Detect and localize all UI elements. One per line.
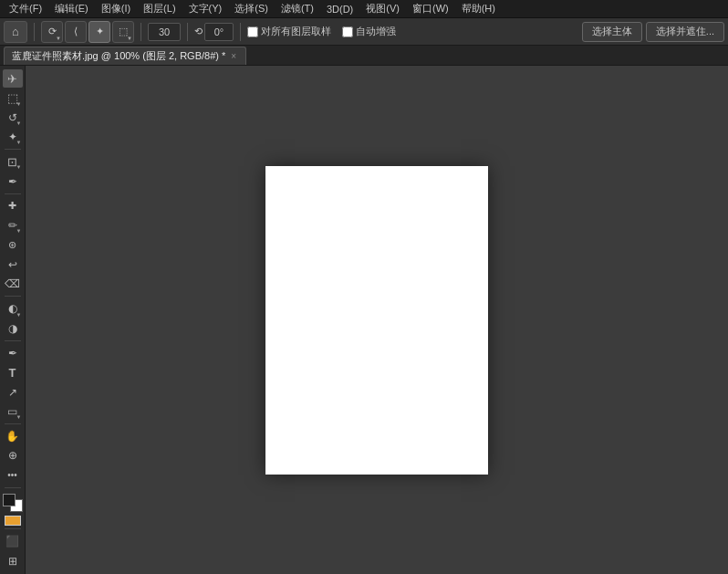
brush-angle-box: ⟲	[194, 23, 234, 41]
select-focus-button[interactable]: 选择并遮住...	[646, 22, 724, 42]
sample-all-layers-label: 对所有图层取样	[261, 25, 331, 38]
menu-image[interactable]: 图像(I)	[96, 0, 136, 17]
canvas-area	[26, 66, 728, 574]
menu-edit[interactable]: 编辑(E)	[49, 0, 94, 17]
tab-bar: 蓝鹿证件照素材.jpg @ 100% (图层 2, RGB/8#) * ×	[0, 46, 728, 66]
auto-enhance-checkbox[interactable]	[342, 26, 353, 37]
select-subject-button[interactable]: 选择主体	[582, 22, 642, 42]
stamp-tool-button[interactable]: ⊛	[3, 235, 23, 254]
document-tab[interactable]: 蓝鹿证件照素材.jpg @ 100% (图层 2, RGB/8#) * ×	[4, 47, 246, 65]
pen-tool-button[interactable]: ✒	[3, 344, 23, 362]
tool-preset-btn-2[interactable]: ⟨	[65, 21, 87, 43]
dodge-tool-button[interactable]: ◑	[3, 319, 23, 338]
hand-tool-button[interactable]: ✋	[3, 427, 23, 445]
home-button[interactable]: ⌂	[4, 21, 27, 43]
artboard-button[interactable]: ⊞	[3, 552, 23, 570]
screen-mode-button[interactable]: ⬛	[3, 532, 23, 550]
gradient-tool-button[interactable]: ◐ ▼	[3, 299, 23, 318]
menu-window[interactable]: 窗口(W)	[407, 0, 454, 17]
menu-bar: 文件(F) 编辑(E) 图像(I) 图层(L) 文字(Y) 选择(S) 滤镜(T…	[0, 0, 728, 18]
zoom-tool-button[interactable]: ⊕	[3, 446, 23, 464]
eraser-tool-icon: ⌫	[5, 277, 20, 290]
separator-1	[34, 23, 35, 41]
stamp-tool-icon: ⊛	[8, 239, 16, 251]
tool-sep-5	[5, 423, 21, 424]
extra-tools-button[interactable]: •••	[3, 466, 23, 485]
tab-close-button[interactable]: ×	[231, 51, 236, 61]
shape-tool-button[interactable]: ▭ ▼	[3, 402, 23, 421]
hand-tool-icon: ✋	[5, 430, 19, 443]
menu-type[interactable]: 文字(Y)	[183, 0, 228, 17]
magic-wand-tool-button[interactable]: ✦ ▼	[3, 128, 23, 146]
history-brush-button[interactable]: ↩	[3, 256, 23, 274]
menu-view[interactable]: 视图(V)	[360, 0, 405, 17]
healing-brush-button[interactable]: ✚	[3, 197, 23, 215]
crop-tool-button[interactable]: ⊡ ▼	[3, 152, 23, 171]
tool-sep-7	[5, 528, 21, 529]
auto-enhance-group: 自动增强	[342, 25, 396, 38]
menu-file[interactable]: 文件(F)	[4, 0, 47, 17]
options-bar: ⌂ ⟳ ▼ ⟨ ✦ ⬚ ▼ ⟲ 对所有图层取样 自动增强 选择主体 选择并遮住.…	[0, 18, 728, 46]
move-tool-button[interactable]: ✈	[3, 69, 23, 88]
main-layout: ✈ ⬚ ▼ ↺ ▼ ✦ ▼ ⊡ ▼ ✒ ✚	[0, 66, 728, 574]
dodge-tool-icon: ◑	[8, 322, 17, 335]
auto-enhance-label: 自动增强	[356, 25, 396, 38]
separator-2	[140, 23, 141, 41]
screen-mode-icon: ⬛	[5, 535, 19, 548]
separator-3	[187, 23, 188, 41]
zoom-tool-icon: ⊕	[8, 449, 17, 462]
tool-sep-2	[5, 193, 21, 194]
tool-sep-3	[5, 296, 21, 297]
tool-sep-4	[5, 340, 21, 341]
move-tool-icon: ✈	[7, 72, 17, 86]
extra-tools-icon: •••	[7, 470, 17, 480]
sample-all-layers-group: 对所有图层取样	[247, 25, 331, 38]
menu-help[interactable]: 帮助(H)	[456, 0, 501, 17]
eyedropper-tool-icon: ✒	[8, 175, 17, 188]
type-tool-icon: T	[9, 366, 16, 380]
brush-angle-input[interactable]	[204, 23, 234, 41]
healing-brush-icon: ✚	[8, 200, 16, 212]
tab-title: 蓝鹿证件照素材.jpg @ 100% (图层 2, RGB/8#) *	[12, 49, 225, 63]
menu-layer[interactable]: 图层(L)	[138, 0, 181, 17]
canvas-document	[265, 166, 488, 475]
eyedropper-tool-button[interactable]: ✒	[3, 172, 23, 190]
tool-preset-btn-3[interactable]: ✦	[88, 21, 110, 43]
artboard-icon: ⊞	[8, 555, 17, 568]
tool-sep-1	[5, 149, 21, 150]
brush-tool-button[interactable]: ✏ ▼	[3, 216, 23, 235]
menu-select[interactable]: 选择(S)	[229, 0, 274, 17]
menu-filter[interactable]: 滤镜(T)	[276, 0, 319, 17]
brush-size-box	[148, 23, 181, 41]
angle-label: ⟲	[194, 26, 203, 37]
marquee-tool-button[interactable]: ⬚ ▼	[3, 89, 23, 107]
foreground-color-swatch[interactable]	[3, 494, 16, 506]
path-select-icon: ↗	[8, 386, 17, 399]
menu-3d[interactable]: 3D(D)	[321, 2, 359, 16]
history-brush-icon: ↩	[8, 258, 17, 271]
sample-all-layers-checkbox[interactable]	[247, 26, 258, 37]
lasso-tool-button[interactable]: ↺ ▼	[3, 109, 23, 127]
tool-presets-group: ⟳ ▼ ⟨ ✦ ⬚ ▼	[41, 21, 134, 43]
tool-sep-6	[5, 487, 21, 488]
tool-preset-btn-1[interactable]: ⟳ ▼	[41, 21, 63, 43]
quick-mask-button[interactable]	[5, 516, 21, 526]
path-select-button[interactable]: ↗	[3, 382, 23, 401]
separator-4	[240, 23, 241, 41]
left-toolbar: ✈ ⬚ ▼ ↺ ▼ ✦ ▼ ⊡ ▼ ✒ ✚	[0, 66, 26, 574]
type-tool-button[interactable]: T	[3, 363, 23, 381]
brush-size-input[interactable]	[148, 23, 181, 41]
tool-preset-btn-4[interactable]: ⬚ ▼	[112, 21, 134, 43]
color-swatches[interactable]	[3, 494, 23, 512]
eraser-tool-button[interactable]: ⌫	[3, 275, 23, 293]
pen-tool-icon: ✒	[8, 347, 17, 360]
